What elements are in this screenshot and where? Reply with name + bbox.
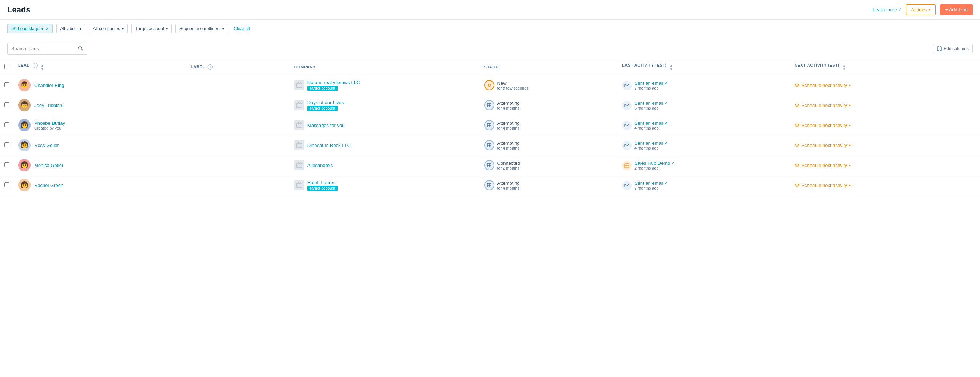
table-row: 👩 Phoebe Buffay Created by you Massage: [0, 115, 980, 135]
stage-name: Attempting: [497, 100, 520, 106]
search-icon: [78, 45, 83, 51]
activity-details: Sent an email ↗ 7 months ago: [635, 80, 668, 90]
schedule-icon: ⚙: [794, 122, 800, 129]
row-checkbox-cell[interactable]: [0, 135, 14, 155]
company-name[interactable]: Massages for you: [307, 122, 345, 128]
search-button[interactable]: [78, 45, 83, 52]
actions-button[interactable]: Actions ▾: [906, 4, 936, 15]
row-checkbox-cell[interactable]: [0, 95, 14, 115]
row-checkbox[interactable]: [4, 162, 10, 167]
last-activity-link[interactable]: Sent an email ↗: [635, 180, 668, 186]
remove-lead-stage-filter[interactable]: ×: [46, 26, 48, 31]
last-activity-cell: Sent an email ↗ 7 months ago: [618, 175, 790, 196]
schedule-next-activity-button[interactable]: ⚙ Schedule next activity ▾: [794, 82, 851, 89]
clear-all-button[interactable]: Clear all: [232, 24, 251, 33]
all-companies-filter[interactable]: All companies ▾: [89, 24, 128, 33]
lead-name[interactable]: Joey Tribbiani: [34, 103, 63, 108]
lead-name[interactable]: Chandler Bing: [34, 83, 64, 88]
activity-details: Sales Hub Demo ↗ 2 months ago: [635, 161, 674, 170]
search-input[interactable]: [11, 46, 78, 51]
next-activity-cell: ⚙ Schedule next activity ▾: [790, 155, 980, 175]
last-activity-link[interactable]: Sales Hub Demo ↗: [635, 161, 674, 166]
activity-time: 4 months ago: [635, 146, 668, 150]
company-name[interactable]: Days of our Lives: [307, 100, 344, 105]
target-account-badge: Target account: [307, 105, 337, 111]
company-column-header: COMPANY: [290, 59, 480, 75]
edit-columns-label: Edit columns: [943, 46, 969, 51]
stage-info: Attempting for 4 months: [497, 100, 520, 110]
schedule-next-activity-button[interactable]: ⚙ Schedule next activity ▾: [794, 122, 851, 129]
lead-cell: 👦 Joey Tribbiani: [14, 95, 186, 115]
row-checkbox[interactable]: [4, 142, 10, 147]
lead-info: Phoebe Buffay Created by you: [34, 121, 65, 130]
sequence-enrollment-label: Sequence enrollment: [179, 26, 220, 31]
activity-time: 7 months ago: [635, 86, 668, 90]
row-checkbox-cell[interactable]: [0, 115, 14, 135]
row-checkbox[interactable]: [4, 102, 10, 107]
svg-rect-43: [297, 183, 302, 188]
company-cell: Allesandro's: [290, 155, 480, 175]
lead-name[interactable]: Rachel Green: [34, 183, 63, 188]
svg-rect-19: [297, 123, 302, 128]
lead-name[interactable]: Phoebe Buffay: [34, 121, 65, 126]
next-activity-cell: ⚙ Schedule next activity ▾: [790, 95, 980, 115]
activity-time: 4 months ago: [635, 126, 668, 130]
schedule-next-activity-button[interactable]: ⚙ Schedule next activity ▾: [794, 162, 851, 169]
company-name[interactable]: Ralph Lauren: [307, 180, 337, 185]
target-account-filter[interactable]: Target account ▾: [131, 24, 172, 33]
last-activity-link[interactable]: Sent an email ↗: [635, 140, 668, 146]
last-activity-sort[interactable]: ▲▼: [670, 64, 673, 71]
company-name[interactable]: Dinosaurs Rock LLC: [307, 143, 351, 148]
row-checkbox-cell[interactable]: [0, 155, 14, 175]
schedule-label: Schedule next activity: [802, 183, 847, 188]
all-labels-filter[interactable]: All labels ▾: [56, 24, 86, 33]
last-activity-link[interactable]: Sent an email ↗: [635, 100, 668, 106]
select-all-header[interactable]: [0, 59, 14, 75]
schedule-next-activity-button[interactable]: ⚙ Schedule next activity ▾: [794, 182, 851, 189]
last-activity-link[interactable]: Sent an email ↗: [635, 121, 668, 126]
lead-info-icon[interactable]: i: [33, 63, 38, 68]
external-link-icon: ↗: [898, 7, 901, 12]
row-checkbox[interactable]: [4, 122, 10, 127]
chevron-down-icon: ▾: [928, 8, 930, 12]
table-row: 👨 Chandler Bing No one really knows L: [0, 75, 980, 95]
svg-rect-12: [297, 103, 302, 108]
learn-more-link[interactable]: Learn more ↗: [873, 7, 901, 13]
row-checkbox[interactable]: [4, 182, 10, 188]
add-lead-button[interactable]: + Add lead: [940, 4, 973, 15]
chevron-down-icon: ▾: [849, 83, 851, 87]
last-activity-link[interactable]: Sent an email ↗: [635, 80, 668, 86]
page-title: Leads: [7, 5, 30, 14]
company-details: Dinosaurs Rock LLC: [307, 143, 351, 148]
company-cell: Massages for you: [290, 115, 480, 135]
select-all-checkbox[interactable]: [4, 64, 10, 69]
columns-icon: [937, 46, 942, 51]
schedule-next-activity-button[interactable]: ⚙ Schedule next activity ▾: [794, 142, 851, 149]
lead-stage-filter[interactable]: (3) Lead stage ▾ ×: [7, 24, 53, 33]
lead-info: Rachel Green: [34, 183, 63, 188]
row-checkbox-cell[interactable]: [0, 75, 14, 95]
row-checkbox-cell[interactable]: [0, 175, 14, 196]
company-name[interactable]: Allesandro's: [307, 163, 333, 168]
stage-duration: for 4 months: [497, 186, 520, 190]
lead-name[interactable]: Monica Geller: [34, 163, 63, 168]
svg-text:🧑: 🧑: [21, 141, 29, 149]
sequence-enrollment-filter[interactable]: Sequence enrollment ▾: [175, 24, 228, 33]
company-details: Allesandro's: [307, 163, 333, 168]
label-cell: [186, 155, 290, 175]
company-name[interactable]: No one really knows LLC: [307, 80, 360, 85]
lead-cell: 👩 Monica Geller: [14, 155, 186, 175]
schedule-next-activity-button[interactable]: ⚙ Schedule next activity ▾: [794, 102, 851, 109]
edit-columns-button[interactable]: Edit columns: [933, 44, 973, 54]
activity-details: Sent an email ↗ 7 months ago: [635, 180, 668, 190]
table-row: 👩 Monica Geller Allesandro's: [0, 155, 980, 175]
search-input-wrap[interactable]: [7, 43, 87, 54]
chevron-down-icon: ▾: [849, 123, 851, 127]
next-activity-sort[interactable]: ▲▼: [843, 64, 846, 71]
lead-name[interactable]: Ross Geller: [34, 143, 59, 148]
stage-duration: for 4 months: [497, 126, 520, 130]
row-checkbox[interactable]: [4, 82, 10, 87]
label-info-icon[interactable]: i: [208, 64, 213, 70]
company-cell: Ralph Lauren Target account: [290, 175, 480, 196]
lead-sort[interactable]: ▲▼: [41, 64, 44, 71]
